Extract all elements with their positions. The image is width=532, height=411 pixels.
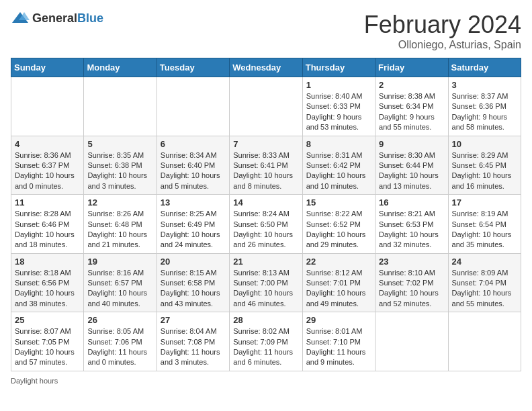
day-info: Sunrise: 8:29 AMSunset: 6:45 PMDaylight:… <box>452 150 517 192</box>
calendar-cell: 22Sunrise: 8:12 AMSunset: 7:01 PMDayligh… <box>302 253 375 312</box>
calendar-header: SundayMondayTuesdayWednesdayThursdayFrid… <box>11 58 521 77</box>
calendar-cell: 4Sunrise: 8:36 AMSunset: 6:37 PMDaylight… <box>11 136 84 195</box>
day-number: 20 <box>161 257 226 267</box>
subtitle: Olloniego, Asturias, Spain <box>364 39 521 51</box>
calendar-cell: 11Sunrise: 8:28 AMSunset: 6:46 PMDayligh… <box>11 195 84 254</box>
day-header-saturday: Saturday <box>448 58 521 77</box>
day-number: 19 <box>87 257 152 267</box>
calendar-week-0: 1Sunrise: 8:40 AMSunset: 6:33 PMDaylight… <box>11 77 521 136</box>
calendar-cell: 15Sunrise: 8:22 AMSunset: 6:52 PMDayligh… <box>302 195 375 254</box>
day-number: 4 <box>15 139 80 149</box>
calendar-cell: 1Sunrise: 8:40 AMSunset: 6:33 PMDaylight… <box>302 77 375 136</box>
calendar-cell: 29Sunrise: 8:01 AMSunset: 7:10 PMDayligh… <box>302 312 375 371</box>
day-info: Sunrise: 8:16 AMSunset: 6:57 PMDaylight:… <box>87 268 152 310</box>
day-header-wednesday: Wednesday <box>230 58 302 77</box>
day-number: 11 <box>15 197 80 208</box>
day-info: Sunrise: 8:28 AMSunset: 6:46 PMDaylight:… <box>15 209 80 250</box>
day-info: Sunrise: 8:02 AMSunset: 7:09 PMDaylight:… <box>233 326 298 368</box>
day-info: Sunrise: 8:38 AMSunset: 6:34 PMDaylight:… <box>379 91 444 133</box>
calendar-cell: 6Sunrise: 8:34 AMSunset: 6:40 PMDaylight… <box>157 136 229 195</box>
day-info: Sunrise: 8:31 AMSunset: 6:42 PMDaylight:… <box>306 150 371 192</box>
day-number: 16 <box>379 197 444 208</box>
day-info: Sunrise: 8:21 AMSunset: 6:53 PMDaylight:… <box>379 209 444 250</box>
main-title: February 2024 <box>364 11 521 39</box>
calendar-cell: 17Sunrise: 8:19 AMSunset: 6:54 PMDayligh… <box>448 195 521 254</box>
day-number: 7 <box>233 139 298 149</box>
day-header-tuesday: Tuesday <box>157 58 229 77</box>
day-number: 14 <box>233 197 298 208</box>
calendar-cell <box>84 77 157 136</box>
day-header-thursday: Thursday <box>302 58 375 77</box>
calendar-cell: 10Sunrise: 8:29 AMSunset: 6:45 PMDayligh… <box>448 136 521 195</box>
calendar-cell: 24Sunrise: 8:09 AMSunset: 7:04 PMDayligh… <box>448 253 521 312</box>
calendar-cell: 3Sunrise: 8:37 AMSunset: 6:36 PMDaylight… <box>448 77 521 136</box>
day-info: Sunrise: 8:01 AMSunset: 7:10 PMDaylight:… <box>306 326 371 368</box>
day-number: 6 <box>161 139 226 149</box>
logo-text: GeneralBlue <box>32 11 103 26</box>
day-info: Sunrise: 8:07 AMSunset: 7:05 PMDaylight:… <box>15 326 80 368</box>
day-info: Sunrise: 8:05 AMSunset: 7:06 PMDaylight:… <box>87 326 152 368</box>
calendar-cell: 5Sunrise: 8:35 AMSunset: 6:38 PMDaylight… <box>84 136 157 195</box>
day-number: 15 <box>306 197 371 208</box>
day-number: 12 <box>87 197 152 208</box>
daylight-label: Daylight hours <box>11 377 58 385</box>
day-info: Sunrise: 8:36 AMSunset: 6:37 PMDaylight:… <box>15 150 80 192</box>
calendar-cell <box>230 77 302 136</box>
day-info: Sunrise: 8:33 AMSunset: 6:41 PMDaylight:… <box>233 150 298 192</box>
day-number: 2 <box>379 80 444 90</box>
calendar-week-3: 18Sunrise: 8:18 AMSunset: 6:56 PMDayligh… <box>11 253 521 312</box>
calendar-cell: 19Sunrise: 8:16 AMSunset: 6:57 PMDayligh… <box>84 253 157 312</box>
calendar-cell <box>375 312 448 371</box>
calendar-cell <box>157 77 229 136</box>
logo: GeneralBlue <box>11 11 103 26</box>
calendar-week-1: 4Sunrise: 8:36 AMSunset: 6:37 PMDaylight… <box>11 136 521 195</box>
day-info: Sunrise: 8:30 AMSunset: 6:44 PMDaylight:… <box>379 150 444 192</box>
day-info: Sunrise: 8:22 AMSunset: 6:52 PMDaylight:… <box>306 209 371 250</box>
day-number: 28 <box>233 315 298 325</box>
calendar-cell: 27Sunrise: 8:04 AMSunset: 7:08 PMDayligh… <box>157 312 229 371</box>
calendar-cell: 12Sunrise: 8:26 AMSunset: 6:48 PMDayligh… <box>84 195 157 254</box>
calendar-body: 1Sunrise: 8:40 AMSunset: 6:33 PMDaylight… <box>11 77 521 371</box>
calendar-cell: 23Sunrise: 8:10 AMSunset: 7:02 PMDayligh… <box>375 253 448 312</box>
calendar-cell <box>448 312 521 371</box>
title-area: February 2024 Olloniego, Asturias, Spain <box>364 11 521 51</box>
calendar-cell: 2Sunrise: 8:38 AMSunset: 6:34 PMDaylight… <box>375 77 448 136</box>
day-header-monday: Monday <box>84 58 157 77</box>
day-number: 22 <box>306 257 371 267</box>
day-number: 13 <box>161 197 226 208</box>
day-number: 29 <box>306 315 371 325</box>
logo-blue: Blue <box>77 11 103 25</box>
day-info: Sunrise: 8:35 AMSunset: 6:38 PMDaylight:… <box>87 150 152 192</box>
calendar-cell: 28Sunrise: 8:02 AMSunset: 7:09 PMDayligh… <box>230 312 302 371</box>
day-info: Sunrise: 8:37 AMSunset: 6:36 PMDaylight:… <box>452 91 517 133</box>
day-info: Sunrise: 8:19 AMSunset: 6:54 PMDaylight:… <box>452 209 517 250</box>
day-info: Sunrise: 8:15 AMSunset: 6:58 PMDaylight:… <box>161 268 226 310</box>
calendar-cell: 25Sunrise: 8:07 AMSunset: 7:05 PMDayligh… <box>11 312 84 371</box>
day-number: 18 <box>15 257 80 267</box>
day-number: 10 <box>452 139 517 149</box>
day-info: Sunrise: 8:13 AMSunset: 7:00 PMDaylight:… <box>233 268 298 310</box>
calendar-cell: 8Sunrise: 8:31 AMSunset: 6:42 PMDaylight… <box>302 136 375 195</box>
day-header-sunday: Sunday <box>11 58 84 77</box>
day-header-friday: Friday <box>375 58 448 77</box>
calendar-cell: 21Sunrise: 8:13 AMSunset: 7:00 PMDayligh… <box>230 253 302 312</box>
day-number: 27 <box>161 315 226 325</box>
day-info: Sunrise: 8:04 AMSunset: 7:08 PMDaylight:… <box>161 326 226 368</box>
day-number: 21 <box>233 257 298 267</box>
day-info: Sunrise: 8:25 AMSunset: 6:49 PMDaylight:… <box>161 209 226 250</box>
day-info: Sunrise: 8:40 AMSunset: 6:33 PMDaylight:… <box>306 91 371 133</box>
calendar-cell: 18Sunrise: 8:18 AMSunset: 6:56 PMDayligh… <box>11 253 84 312</box>
day-info: Sunrise: 8:12 AMSunset: 7:01 PMDaylight:… <box>306 268 371 310</box>
day-info: Sunrise: 8:26 AMSunset: 6:48 PMDaylight:… <box>87 209 152 250</box>
day-info: Sunrise: 8:09 AMSunset: 7:04 PMDaylight:… <box>452 268 517 310</box>
calendar-cell: 7Sunrise: 8:33 AMSunset: 6:41 PMDaylight… <box>230 136 302 195</box>
generalblue-logo-icon <box>11 11 30 26</box>
calendar-cell: 9Sunrise: 8:30 AMSunset: 6:44 PMDaylight… <box>375 136 448 195</box>
day-number: 3 <box>452 80 517 90</box>
calendar-cell: 16Sunrise: 8:21 AMSunset: 6:53 PMDayligh… <box>375 195 448 254</box>
day-info: Sunrise: 8:34 AMSunset: 6:40 PMDaylight:… <box>161 150 226 192</box>
day-number: 26 <box>87 315 152 325</box>
header: GeneralBlue February 2024 Olloniego, Ast… <box>11 11 521 51</box>
calendar-table: SundayMondayTuesdayWednesdayThursdayFrid… <box>11 58 521 371</box>
logo-general: General <box>32 11 77 25</box>
